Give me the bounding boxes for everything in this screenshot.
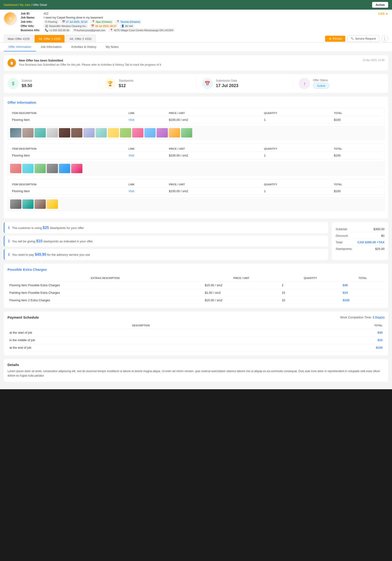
- extra-price-1: $15.00 / sm2: [203, 281, 280, 289]
- extra-col-total: TOTAL: [341, 275, 384, 281]
- content-tab-job-info[interactable]: Job Information: [36, 43, 66, 51]
- active-status-badge[interactable]: Active: [372, 2, 388, 8]
- price-row-discount: Discount: $0: [336, 233, 384, 239]
- item-link-2[interactable]: Visit: [127, 152, 167, 159]
- table-row: Flooring Item Visit $100.00 / sm2 1 $100: [10, 152, 382, 159]
- stats-row: $ Subtotal $9.50 🏆 Stashpoints $12 📅 Sub…: [4, 74, 388, 93]
- rating-section: 3.5/5 ★: [378, 12, 388, 15]
- img-thumb[interactable]: [157, 128, 168, 138]
- img-thumb[interactable]: [10, 128, 21, 138]
- extra-desc-1: Flooring Item Possible Extra Charges: [8, 281, 203, 289]
- summary-row: ℹ The customer is using $25 Stashpoints …: [4, 222, 388, 260]
- col-link: LINK: [127, 110, 167, 116]
- col-total-3: TOTAL: [332, 182, 382, 187]
- img-thumb[interactable]: [22, 128, 33, 138]
- offer-information-section: Offer Information ITEM DESCRIPTION LINK …: [4, 97, 388, 218]
- img-thumb[interactable]: [169, 128, 180, 138]
- tab-main-offer[interactable]: Main Offer #229: [4, 35, 33, 43]
- pay-total-3: $150: [274, 344, 384, 351]
- item-link-1[interactable]: Visit: [127, 116, 167, 124]
- img-thumb[interactable]: [108, 128, 119, 138]
- image-strip-3: [8, 197, 384, 211]
- info-icon-3: ℹ: [8, 252, 10, 257]
- img-thumb[interactable]: [144, 128, 156, 138]
- details-text: Lorem ipsum dolor sit amet, consectetur …: [8, 369, 384, 378]
- calendar-icon: 📅: [62, 20, 65, 23]
- offer-status-value[interactable]: Active: [313, 83, 329, 89]
- img-thumb[interactable]: [132, 128, 143, 138]
- extra-price-2: $1.00 / sm2: [203, 289, 280, 297]
- offer-status-info: Offer Status Active: [313, 79, 329, 89]
- table-row: Flooring Item Possible Extra Charges $15…: [8, 281, 384, 289]
- img-thumb[interactable]: [96, 128, 107, 138]
- img-thumb[interactable]: [34, 128, 46, 138]
- info-boxes: ℹ The customer is using $25 Stashpoints …: [4, 222, 328, 260]
- img-thumb[interactable]: [10, 199, 21, 209]
- img-thumb[interactable]: [59, 164, 70, 173]
- review-button[interactable]: ⭐ Review: [325, 36, 345, 42]
- img-thumb[interactable]: [22, 164, 33, 173]
- item-link-3[interactable]: Visit: [127, 187, 167, 195]
- offer-date-tag: 📅 18 Jul 2023, 09:27: [90, 24, 118, 28]
- subtotal-icon: $: [8, 78, 19, 89]
- item-desc-2: Flooring Item: [10, 152, 127, 159]
- star-review-icon: ⭐: [328, 37, 332, 40]
- img-thumb[interactable]: [71, 128, 82, 138]
- tab-alt-offer1[interactable]: Alt. Offer 1 #330: [34, 35, 65, 43]
- more-options-button[interactable]: ⋮: [381, 35, 388, 42]
- offer-info-label: Offer Info:: [21, 24, 42, 28]
- main-content: 📋 New Offer has been Submitted Your Busi…: [0, 52, 392, 389]
- img-thumb[interactable]: [71, 164, 82, 173]
- tab-alt-offer2[interactable]: Alt. Offer 2 #331: [65, 35, 96, 43]
- img-thumb[interactable]: [59, 128, 70, 138]
- pay-desc-2: in the middle of job: [8, 336, 274, 344]
- extra-total-2: $15: [341, 289, 384, 297]
- img-thumb[interactable]: [120, 128, 131, 138]
- content-tab-activities[interactable]: Activities & History: [66, 43, 101, 51]
- job-name-label: Job Name:: [21, 16, 42, 19]
- pay-col-desc: DESCRIPTION: [8, 322, 274, 329]
- col-link-3: LINK: [127, 182, 167, 187]
- content-tab-offer-info[interactable]: Offer Information: [4, 43, 36, 51]
- img-thumb[interactable]: [83, 128, 95, 138]
- img-thumb[interactable]: [47, 199, 58, 209]
- job-id-row: Job ID: #12: [21, 12, 374, 15]
- offer-item-3: ITEM DESCRIPTION LINK PIRCE / UNIT QUANT…: [8, 179, 384, 211]
- breadcrumb-dashboard[interactable]: Dashboard: [4, 3, 18, 7]
- email-tag: ✉ burhanuysal@gmail.com: [73, 28, 107, 32]
- img-thumb[interactable]: [22, 199, 33, 209]
- notification-title: New Offer has been Submitted: [19, 59, 162, 62]
- content-tabs: Offer Information Job Information Activi…: [0, 43, 392, 52]
- stat-offer-status: ↑ Offer Status Active: [299, 78, 384, 89]
- submission-label: Submission Date: [216, 79, 239, 82]
- location1-tag: 📍 Ajax (Ontario): [90, 20, 113, 23]
- breadcrumb-myjobs[interactable]: My Jobs: [20, 3, 31, 7]
- img-thumb[interactable]: [47, 164, 58, 173]
- table-row: Flooring Item 2 Extra Charges $15.00 / s…: [8, 297, 384, 304]
- img-thumb[interactable]: [10, 164, 21, 173]
- submission-info: Submission Date 17 Jul 2023: [216, 79, 239, 88]
- notification-body: New Offer has been Submitted Your Busine…: [19, 59, 162, 66]
- item-total-2: $100: [332, 152, 382, 159]
- pricing-summary: Subtotal: $300.00 Discount: $0 Total: CA…: [332, 222, 388, 260]
- extra-total-3: $150: [341, 297, 384, 304]
- img-thumb[interactable]: [34, 164, 46, 173]
- col-qty: QUANTITY: [262, 110, 332, 116]
- img-thumb[interactable]: [34, 199, 46, 209]
- person-icon: 👤: [121, 24, 124, 27]
- subtotal-value: $9.50: [22, 83, 32, 88]
- submission-icon: 📅: [202, 78, 213, 89]
- clock-icon: 📅: [91, 24, 94, 27]
- img-thumb[interactable]: [47, 128, 58, 138]
- info-box-stashpoints-give: ℹ You will be giving $10 stashpoints as …: [4, 236, 328, 247]
- col-item-desc-2: ITEM DESCRIPTION: [10, 146, 127, 152]
- offer-item-1: ITEM DESCRIPTION LINK PIRCE / UNIT QUANT…: [8, 108, 384, 140]
- job-info-label: Job Info:: [21, 20, 42, 23]
- service-request-button[interactable]: 🔧 Service Request: [347, 35, 379, 42]
- avatar: S: [4, 12, 17, 25]
- content-tab-notes[interactable]: My Notes: [101, 43, 123, 51]
- img-thumb[interactable]: [181, 128, 192, 138]
- offer-table-3: ITEM DESCRIPTION LINK PIRCE / UNIT QUANT…: [10, 182, 382, 195]
- stat-submission: 📅 Submission Date 17 Jul 2023: [202, 78, 288, 89]
- details-section: Details Lorem ipsum dolor sit amet, cons…: [4, 359, 388, 382]
